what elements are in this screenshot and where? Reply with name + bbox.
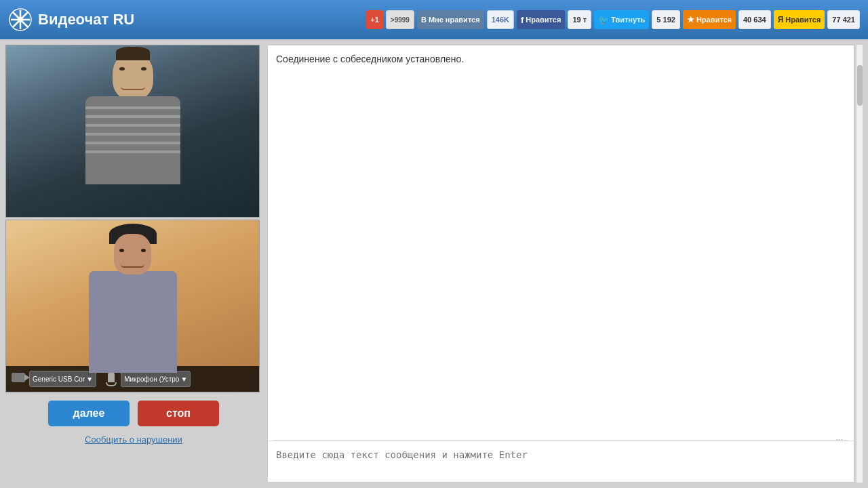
camera-select[interactable]: Generic USB Cor ▼ [29, 371, 96, 387]
remote-person [85, 52, 180, 184]
header: Видеочат RU +1 >9999 B Мне нравится 146K… [0, 0, 868, 39]
chat-messages: Соединение с собеседником установлено. [268, 45, 854, 440]
gplus-count: >9999 [386, 10, 414, 29]
chat-divider [273, 440, 848, 441]
chat-input[interactable] [273, 447, 848, 474]
local-person [89, 234, 177, 373]
ok-count: 40 634 [738, 10, 771, 29]
right-panel: Соединение с собеседником установлено. [267, 45, 854, 483]
report-link[interactable]: Сообщить о нарушении [85, 434, 182, 445]
remote-video [5, 45, 260, 218]
report-link-area: Сообщить о нарушении [5, 432, 262, 447]
remote-body [85, 96, 180, 184]
chat-input-area[interactable] [268, 441, 854, 482]
remote-head [113, 52, 153, 100]
mic-device-label: Микрофон (Устро [124, 375, 179, 383]
local-body [89, 271, 177, 373]
mic-dropdown-icon: ▼ [180, 375, 187, 383]
left-panel: Generic USB Cor ▼ Микрофон (Устро ▼ дале… [5, 45, 262, 483]
gplus-button[interactable]: +1 [366, 10, 383, 29]
tw-button[interactable]: 🐦 Твитнуть [594, 10, 649, 29]
buttons-area: далее стоп [5, 392, 262, 432]
fb-count: 19 т [568, 10, 591, 29]
stop-button[interactable]: стоп [138, 401, 219, 426]
local-head-container [114, 234, 151, 274]
ya-count: 77 421 [827, 10, 860, 29]
next-button[interactable]: далее [48, 401, 130, 426]
mic-select[interactable]: Микрофон (Устро ▼ [121, 371, 191, 387]
chat-status: Соединение с собеседником установлено. [276, 54, 846, 64]
ok-button[interactable]: ★ Нравится [683, 10, 736, 29]
svg-point-5 [18, 17, 23, 22]
page-scrollbar[interactable] [856, 45, 863, 483]
mic-icon [106, 371, 117, 386]
camera-icon [12, 373, 25, 385]
social-buttons: +1 >9999 B Мне нравится 146K f Нравится … [366, 10, 860, 29]
camera-dropdown-icon: ▼ [86, 375, 93, 383]
tw-count: 5 192 [652, 10, 680, 29]
vk-count: 146K [487, 10, 514, 29]
camera-device-label: Generic USB Cor [33, 375, 85, 383]
main: Generic USB Cor ▼ Микрофон (Устро ▼ дале… [0, 39, 868, 488]
logo-text: Видеочат RU [38, 11, 134, 28]
vk-like-button[interactable]: B Мне нравится [417, 10, 484, 29]
local-video: Generic USB Cor ▼ Микрофон (Устро ▼ [5, 220, 260, 392]
logo-icon [8, 7, 33, 32]
local-head [114, 234, 151, 274]
logo-area[interactable]: Видеочат RU [8, 7, 134, 32]
ya-button[interactable]: Я Нравится [774, 10, 825, 29]
fb-button[interactable]: f Нравится [517, 10, 565, 29]
